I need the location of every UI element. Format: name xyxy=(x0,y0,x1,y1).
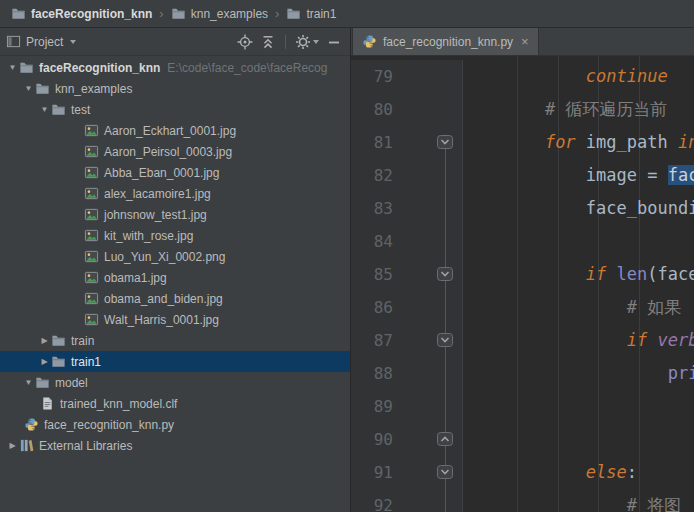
code-text[interactable] xyxy=(463,423,694,456)
line-number: 91 xyxy=(351,456,403,489)
tree-item-aaron-peirsol-0003-jpg[interactable]: Aaron_Peirsol_0003.jpg xyxy=(0,141,350,162)
tree-collapsed-arrow-icon[interactable]: ▶ xyxy=(6,441,19,450)
code-token-op: = xyxy=(647,165,667,185)
code-line-81[interactable]: 81 for img_path in xyxy=(351,126,694,159)
code-line-82[interactable]: 82 image = face_recognition xyxy=(351,159,694,192)
folder-icon xyxy=(286,6,301,21)
code-text[interactable]: else: xyxy=(463,456,694,489)
breadcrumb-item-facerecognition-knn[interactable]: faceRecognition_knn xyxy=(8,4,155,23)
code-line-79[interactable]: 79 continue xyxy=(351,60,694,93)
tab-face-recognition-knn-py[interactable]: face_recognition_knn.py × xyxy=(352,28,539,55)
code-line-91[interactable]: 91 else: xyxy=(351,456,694,489)
code-line-84[interactable]: 84 xyxy=(351,225,694,258)
tree-item-johnsnow-test1-jpg[interactable]: johnsnow_test1.jpg xyxy=(0,204,350,225)
tree-expanded-arrow-icon[interactable]: ▼ xyxy=(22,378,35,387)
code-token-builtin: print xyxy=(668,363,694,383)
tree-item-aaron-eckhart-0001-jpg[interactable]: Aaron_Eckhart_0001.jpg xyxy=(0,120,350,141)
tree-item-obama1-jpg[interactable]: obama1.jpg xyxy=(0,267,350,288)
code-token-kw: if xyxy=(627,330,658,350)
fold-down-icon[interactable] xyxy=(437,465,453,479)
tree-item-test[interactable]: ▼test xyxy=(0,99,350,120)
code-text[interactable]: # 如果 xyxy=(463,291,694,324)
tree-item-walt-harris-0001-jpg[interactable]: Walt_Harris_0001.jpg xyxy=(0,309,350,330)
tree-item-facerecognition-knn[interactable]: ▼faceRecognition_knnE:\code\face_code\fa… xyxy=(0,57,350,78)
collapse-all-button[interactable] xyxy=(260,34,276,50)
code-token-kw: else xyxy=(586,462,627,482)
folder-icon xyxy=(11,6,26,21)
tree-item-external-libraries[interactable]: ▶External Libraries xyxy=(0,435,350,456)
tree-item-label: alex_lacamoire1.jpg xyxy=(104,187,211,201)
image-icon xyxy=(84,207,99,222)
code-text[interactable] xyxy=(463,390,694,423)
code-line-86[interactable]: 86 # 如果 xyxy=(351,291,694,324)
gutter-fold-column xyxy=(403,423,463,456)
tree-expanded-arrow-icon[interactable]: ▼ xyxy=(6,63,19,72)
tree-item-model[interactable]: ▼model xyxy=(0,372,350,393)
code-editor[interactable]: 79 continue80 # 循环遍历当前81 for img_path in… xyxy=(351,56,694,512)
tree-item-label: test xyxy=(71,103,90,117)
folder-icon xyxy=(51,102,66,117)
tree-collapsed-arrow-icon[interactable]: ▶ xyxy=(38,336,51,345)
tree-item-abba-eban-0001-jpg[interactable]: Abba_Eban_0001.jpg xyxy=(0,162,350,183)
code-text[interactable]: continue xyxy=(463,60,694,93)
code-text[interactable]: # 循环遍历当前 xyxy=(463,93,694,126)
select-opened-file-button[interactable] xyxy=(237,34,253,50)
code-line-80[interactable]: 80 # 循环遍历当前 xyxy=(351,93,694,126)
fold-down-icon[interactable] xyxy=(437,267,453,281)
tree-item-trained-knn-model-clf[interactable]: trained_knn_model.clf xyxy=(0,393,350,414)
code-line-87[interactable]: 87 if verbose: xyxy=(351,324,694,357)
tree-item-knn-examples[interactable]: ▼knn_examples xyxy=(0,78,350,99)
code-line-85[interactable]: 85 if len(face_bounding xyxy=(351,258,694,291)
gutter-fold-column xyxy=(403,390,463,423)
code-text[interactable]: # 将图 xyxy=(463,489,694,512)
fold-down-icon[interactable] xyxy=(437,135,453,149)
tree-item-train[interactable]: ▶train xyxy=(0,330,350,351)
code-text[interactable] xyxy=(463,225,694,258)
tree-item-label: obama_and_biden.jpg xyxy=(104,292,223,306)
tree-item-train1[interactable]: ▶train1 xyxy=(0,351,350,372)
code-text[interactable]: face_bounding_boxes xyxy=(463,192,694,225)
tree-item-luo-yun-xi-0002-png[interactable]: Luo_Yun_Xi_0002.png xyxy=(0,246,350,267)
code-line-83[interactable]: 83 face_bounding_boxes xyxy=(351,192,694,225)
line-number: 83 xyxy=(351,192,403,225)
code-text[interactable]: if verbose: xyxy=(463,324,694,357)
project-view-selector[interactable]: Project xyxy=(6,34,237,49)
code-text[interactable]: for img_path in xyxy=(463,126,694,159)
python-icon xyxy=(24,417,39,432)
code-text[interactable]: image = face_recognition xyxy=(463,159,694,192)
collapse-all-icon xyxy=(260,34,276,50)
line-number: 86 xyxy=(351,291,403,324)
select-opened-file-icon xyxy=(237,34,253,50)
breadcrumb-item-train1[interactable]: train1 xyxy=(283,4,339,23)
code-line-88[interactable]: 88 print xyxy=(351,357,694,390)
code-line-89[interactable]: 89 xyxy=(351,390,694,423)
fold-down-icon[interactable] xyxy=(437,333,453,347)
tree-expanded-arrow-icon[interactable]: ▼ xyxy=(38,105,51,114)
settings-button[interactable] xyxy=(295,34,319,50)
code-line-90[interactable]: 90 xyxy=(351,423,694,456)
fold-scope-line xyxy=(445,149,446,512)
tree-item-label: kit_with_rose.jpg xyxy=(104,229,193,243)
code-text[interactable]: print xyxy=(463,357,694,390)
tree-expanded-arrow-icon[interactable]: ▼ xyxy=(22,84,35,93)
code-line-92[interactable]: 92 # 将图 xyxy=(351,489,694,512)
gutter-fold-column xyxy=(403,93,463,126)
breadcrumb-item-knn-examples[interactable]: knn_examples xyxy=(168,4,271,23)
project-tree: ▼faceRecognition_knnE:\code\face_code\fa… xyxy=(0,56,350,512)
line-number: 84 xyxy=(351,225,403,258)
file-icon xyxy=(40,396,55,411)
editor-area: face_recognition_knn.py × 79 continue80 … xyxy=(351,28,694,512)
tree-item-face-recognition-knn-py[interactable]: face_recognition_knn.py xyxy=(0,414,350,435)
tree-item-kit-with-rose-jpg[interactable]: kit_with_rose.jpg xyxy=(0,225,350,246)
code-text[interactable]: if len(face_bounding xyxy=(463,258,694,291)
line-number: 88 xyxy=(351,357,403,390)
hide-button[interactable] xyxy=(326,34,342,50)
project-panel-header: Project xyxy=(0,28,350,56)
tree-item-alex-lacamoire1-jpg[interactable]: alex_lacamoire1.jpg xyxy=(0,183,350,204)
fold-up-icon[interactable] xyxy=(437,432,453,446)
tree-item-obama-and-biden-jpg[interactable]: obama_and_biden.jpg xyxy=(0,288,350,309)
tree-collapsed-arrow-icon[interactable]: ▶ xyxy=(38,357,51,366)
image-icon xyxy=(84,123,99,138)
gutter-fold-column xyxy=(403,456,463,489)
close-icon[interactable]: × xyxy=(521,34,529,49)
